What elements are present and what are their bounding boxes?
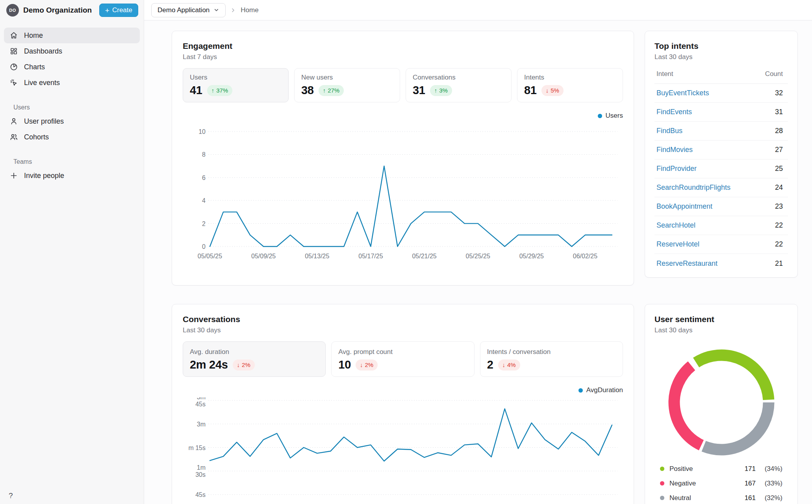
legend-item-negative: Negative 167 (33%) bbox=[654, 476, 788, 491]
sentiment-subtitle: Last 30 days bbox=[654, 326, 788, 335]
trend-arrow-icon: ↓ bbox=[360, 361, 363, 368]
intent-count: 23 bbox=[775, 202, 786, 211]
org-name: Demo Organization bbox=[23, 6, 92, 15]
svg-text:3m: 3m bbox=[197, 421, 206, 428]
top-intents-card: Top intents Last 30 days Intent Count Bu… bbox=[645, 31, 798, 278]
stat-tile-intents[interactable]: Intents 81 ↓5% bbox=[517, 68, 623, 102]
sidebar-item-live-events[interactable]: Live events bbox=[4, 75, 140, 91]
svg-text:8: 8 bbox=[202, 151, 206, 158]
trend-arrow-icon: ↓ bbox=[237, 361, 240, 368]
intent-link[interactable]: FindBus bbox=[656, 127, 682, 135]
svg-text:3m45s: 3m45s bbox=[195, 397, 206, 408]
svg-text:05/21/25: 05/21/25 bbox=[412, 253, 436, 259]
sidebar-item-invite-people[interactable]: Invite people bbox=[4, 168, 140, 183]
sidebar-item-label: Live events bbox=[24, 79, 60, 87]
intent-link[interactable]: FindEvents bbox=[656, 108, 692, 116]
sidebar-section-teams: Teams bbox=[13, 158, 140, 165]
help-button[interactable]: ? bbox=[9, 491, 13, 500]
intent-count: 22 bbox=[775, 240, 786, 248]
sidebar-item-label: Dashboards bbox=[24, 47, 62, 56]
legend-item-positive: Positive 171 (34%) bbox=[654, 461, 788, 476]
sidebar-item-dashboards[interactable]: Dashboards bbox=[4, 43, 140, 59]
delta-badge: ↑37% bbox=[207, 85, 233, 96]
engagement-stats: Users 41 ↑37% New users 38 ↑27% Conversa… bbox=[183, 68, 623, 102]
intent-link[interactable]: SearchRoundtripFlights bbox=[656, 183, 730, 192]
sidebar-item-user-profiles[interactable]: User profiles bbox=[4, 113, 140, 129]
sidebar-item-label: Charts bbox=[24, 63, 45, 71]
svg-text:06/02/25: 06/02/25 bbox=[573, 253, 597, 259]
intent-link[interactable]: ReserveRestaurant bbox=[656, 259, 717, 268]
engagement-title: Engagement bbox=[183, 41, 623, 51]
svg-text:6: 6 bbox=[202, 174, 206, 181]
create-button-label: Create bbox=[112, 6, 132, 14]
svg-text:m 15s: m 15s bbox=[188, 445, 206, 451]
org-row: DO Demo Organization + Create bbox=[0, 0, 144, 20]
sidebar-item-charts[interactable]: Charts bbox=[4, 59, 140, 75]
intent-count: 27 bbox=[775, 146, 786, 154]
pie-chart-icon bbox=[9, 63, 18, 71]
plus-icon: + bbox=[105, 7, 109, 14]
legend-item-neutral: Neutral 161 (32%) bbox=[654, 491, 788, 504]
table-row: SearchRoundtripFlights24 bbox=[654, 178, 788, 197]
avg-duration-chart: 3m45s3mm 15s1m30s45s bbox=[183, 397, 624, 504]
app-selector[interactable]: Demo Application bbox=[151, 3, 226, 17]
trend-arrow-icon: ↓ bbox=[502, 361, 506, 368]
stat-tile-intents-per-conversation[interactable]: Intents / conversation 2 ↓4% bbox=[480, 341, 623, 377]
top-intents-title: Top intents bbox=[654, 41, 788, 51]
intent-link[interactable]: SearchHotel bbox=[656, 221, 695, 230]
sidebar-item-label: User profiles bbox=[24, 117, 64, 126]
svg-text:05/25/25: 05/25/25 bbox=[466, 253, 490, 259]
delta-badge: ↓2% bbox=[356, 359, 378, 371]
legend-item-avgduration[interactable]: AvgDuration bbox=[578, 386, 623, 394]
legend-dot bbox=[660, 467, 664, 471]
cursor-click-icon bbox=[9, 78, 18, 87]
topbar: Demo Application Home bbox=[144, 0, 812, 20]
chevron-down-icon bbox=[213, 7, 219, 13]
delta-badge: ↑3% bbox=[430, 85, 452, 96]
sentiment-title: User sentiment bbox=[654, 314, 788, 324]
org-avatar[interactable]: DO bbox=[6, 4, 19, 17]
stat-tile-avg-prompt-count[interactable]: Avg. prompt count 10 ↓2% bbox=[331, 341, 474, 377]
sidebar-item-cohorts[interactable]: Cohorts bbox=[4, 129, 140, 145]
intent-link[interactable]: FindProvider bbox=[656, 165, 697, 173]
table-row: FindEvents31 bbox=[654, 103, 788, 122]
top-intents-subtitle: Last 30 days bbox=[654, 53, 788, 61]
delta-badge: ↓2% bbox=[233, 359, 255, 371]
trend-arrow-icon: ↑ bbox=[211, 87, 215, 94]
intent-link[interactable]: ReserveHotel bbox=[656, 240, 699, 248]
sidebar-item-label: Invite people bbox=[24, 172, 64, 180]
legend-item-users[interactable]: Users bbox=[598, 112, 623, 120]
engagement-legend: Users bbox=[183, 112, 623, 120]
app-root: DO Demo Organization + Create Home Dashb… bbox=[0, 0, 812, 504]
conversations-subtitle: Last 30 days bbox=[183, 326, 623, 335]
trend-arrow-icon: ↓ bbox=[546, 87, 549, 94]
table-row: BuyEventTickets32 bbox=[654, 84, 788, 103]
table-row: ReserveRestaurant21 bbox=[654, 254, 788, 273]
legend-dot bbox=[598, 114, 602, 118]
intent-link[interactable]: FindMovies bbox=[656, 146, 693, 154]
intents-table-body: BuyEventTickets32FindEvents31FindBus28Fi… bbox=[654, 84, 788, 273]
app-selector-label: Demo Application bbox=[158, 6, 209, 14]
stat-tile-users[interactable]: Users 41 ↑37% bbox=[183, 68, 289, 102]
stat-tile-new-users[interactable]: New users 38 ↑27% bbox=[294, 68, 400, 102]
svg-text:4: 4 bbox=[202, 197, 206, 204]
intent-link[interactable]: BuyEventTickets bbox=[656, 89, 709, 97]
sentiment-donut bbox=[666, 347, 777, 458]
stat-tile-avg-duration[interactable]: Avg. duration 2m 24s ↓2% bbox=[183, 341, 326, 377]
create-button[interactable]: + Create bbox=[99, 4, 138, 17]
sidebar-item-home[interactable]: Home bbox=[4, 28, 140, 43]
plus-icon bbox=[9, 171, 18, 180]
content: Engagement Last 7 days Users 41 ↑37% New… bbox=[144, 20, 812, 504]
svg-text:05/29/25: 05/29/25 bbox=[519, 253, 544, 259]
table-row: BookAppointment23 bbox=[654, 197, 788, 216]
table-row: FindBus28 bbox=[654, 122, 788, 141]
intent-link[interactable]: BookAppointment bbox=[656, 202, 712, 211]
sidebar-nav: Home Dashboards Charts Live events Users… bbox=[0, 20, 144, 183]
stat-tile-conversations[interactable]: Conversations 31 ↑3% bbox=[406, 68, 512, 102]
svg-text:2: 2 bbox=[202, 220, 206, 227]
delta-badge: ↓4% bbox=[498, 359, 520, 371]
conversations-legend: AvgDuration bbox=[183, 386, 623, 394]
table-header: Intent Count bbox=[654, 70, 788, 84]
intent-count: 24 bbox=[775, 183, 786, 192]
delta-badge: ↑27% bbox=[319, 85, 344, 96]
